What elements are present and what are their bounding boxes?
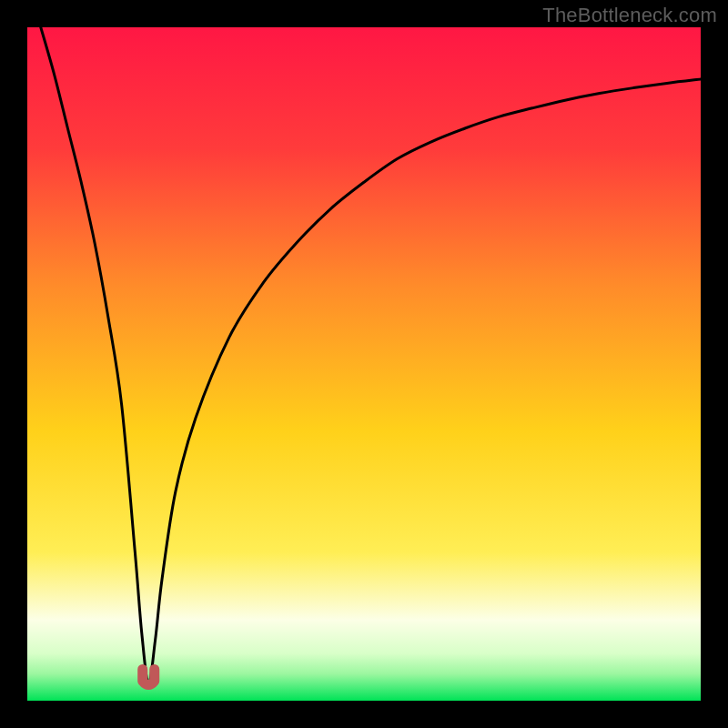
curve-line — [41, 27, 701, 684]
bottleneck-curve — [27, 27, 701, 701]
chart-frame: TheBottleneck.com — [0, 0, 728, 728]
watermark-text: TheBottleneck.com — [542, 4, 717, 27]
plot-area — [27, 27, 701, 701]
trough-marker — [143, 670, 155, 685]
